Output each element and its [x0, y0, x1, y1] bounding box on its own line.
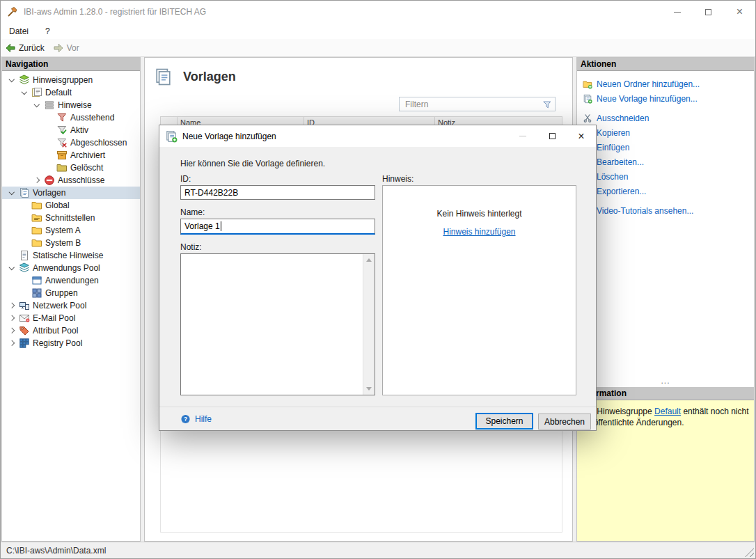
tree-item-registry-pool[interactable]: Registry Pool: [2, 337, 140, 349]
action-neuen-ordner-hinzufügen[interactable]: Neuen Ordner hinzufügen...: [577, 77, 754, 91]
folder-del-icon: [56, 162, 68, 173]
notiz-field[interactable]: [180, 253, 375, 395]
chevron-down-icon[interactable]: [6, 263, 19, 273]
tree-item-anwendungs-pool[interactable]: Anwendungs Pool: [2, 262, 140, 274]
cancel-button[interactable]: Abbrechen: [538, 414, 591, 430]
tree-item-attribut-pool[interactable]: Attribut Pool: [2, 324, 140, 337]
tree-item-global[interactable]: Global: [2, 199, 140, 212]
chevron-spacer: [19, 213, 31, 223]
tree-item-ausstehend[interactable]: Ausstehend: [2, 111, 140, 124]
action-group-separator: [577, 198, 754, 203]
tree-item-label: Netzwerk Pool: [33, 301, 86, 310]
tree-item-label: Anwendungs Pool: [33, 263, 100, 273]
chevron-right-icon[interactable]: [31, 175, 44, 185]
tree-item-e-mail-pool[interactable]: E-Mail Pool: [2, 312, 140, 324]
dialog-minimize-button: [508, 125, 537, 147]
id-field[interactable]: RT-D442B22B: [180, 185, 375, 200]
dialog-maximize-button[interactable]: [537, 125, 567, 147]
action-video-tutorials-ansehen[interactable]: Video-Tutorials ansehen...: [577, 203, 754, 218]
minimize-icon: [674, 12, 681, 13]
static-note-icon: [19, 250, 30, 261]
tree-item-label: Abgeschlossen: [70, 138, 127, 148]
notiz-scrollbar[interactable]: [363, 254, 375, 395]
help-link[interactable]: ? Hilfe: [180, 414, 212, 424]
tree-item-schnittstellen[interactable]: Schnittstellen: [2, 212, 140, 224]
chevron-spacer: [19, 200, 31, 210]
information-box: Die Hinweisgruppe Default enthält noch n…: [577, 400, 754, 541]
no-entry-icon: [44, 175, 55, 186]
actions-panel: Aktionen Neuen Ordner hinzufügen...Neue …: [576, 57, 755, 542]
action-label: Neue Vorlage hinzufügen...: [597, 94, 698, 104]
scroll-down-icon[interactable]: [366, 387, 372, 391]
action-group-separator: [577, 106, 754, 111]
tree-item-system-b[interactable]: System B: [2, 237, 140, 249]
action-exportieren[interactable]: Exportieren...: [577, 184, 754, 198]
tree-item-aktiv[interactable]: Aktiv: [2, 124, 140, 136]
navigation-tree: HinweisgruppenDefaultHinweiseAusstehendA…: [2, 71, 140, 541]
chevron-down-icon[interactable]: [19, 88, 31, 97]
default-group-link[interactable]: Default: [654, 407, 681, 416]
action-einfügen[interactable]: Einfügen: [577, 140, 754, 155]
tree-item-vorlagen[interactable]: Vorlagen: [2, 187, 140, 199]
chevron-right-icon[interactable]: [6, 326, 19, 336]
tree-item-label: Ausstehend: [70, 113, 114, 123]
action-kopieren[interactable]: Kopieren: [577, 125, 754, 140]
close-icon: ×: [737, 6, 743, 17]
chevron-right-icon[interactable]: [6, 301, 19, 310]
chevron-spacer: [44, 113, 56, 123]
chevron-spacer: [19, 288, 31, 298]
tree-item-abgeschlossen[interactable]: Abgeschlossen: [2, 136, 140, 149]
menu-item-help[interactable]: ?: [45, 26, 50, 36]
splitter-grip[interactable]: ...: [577, 378, 754, 387]
tree-item-label: Statische Hinweise: [33, 251, 103, 260]
chevron-right-icon[interactable]: [6, 338, 19, 348]
tree-item-gruppen[interactable]: Gruppen: [2, 287, 140, 299]
mail-icon: [19, 313, 30, 324]
tree-item-anwendungen[interactable]: Anwendungen: [2, 274, 140, 287]
tree-item-hinweisgruppen[interactable]: Hinweisgruppen: [2, 74, 140, 86]
chevron-down-icon[interactable]: [31, 100, 44, 110]
action-ausschneiden[interactable]: Ausschneiden: [577, 111, 754, 125]
tree-item-default[interactable]: Default: [2, 86, 140, 99]
tree-item-statische-hinweise[interactable]: Statische Hinweise: [2, 249, 140, 262]
menu-item-datei[interactable]: Datei: [9, 26, 29, 36]
tree-item-ausschlüsse[interactable]: Ausschlüsse: [2, 174, 140, 187]
tree-item-system-a[interactable]: System A: [2, 224, 140, 237]
chevron-down-icon[interactable]: [6, 75, 19, 85]
close-button[interactable]: ×: [724, 1, 755, 23]
minimize-button[interactable]: [661, 1, 693, 23]
dialog-close-button[interactable]: ×: [567, 125, 596, 147]
action-neue-vorlage-hinzufügen[interactable]: Neue Vorlage hinzufügen...: [577, 91, 754, 106]
tree-item-label: Vorlagen: [33, 188, 65, 198]
filter-funnel-icon[interactable]: [542, 100, 552, 109]
dialog-description: Hier können Sie die Vorlage definieren.: [180, 159, 325, 168]
attribute-icon: [19, 325, 30, 336]
save-button[interactable]: Speichern: [475, 413, 533, 430]
action-löschen[interactable]: Löschen: [577, 169, 754, 184]
navigation-header: Navigation: [2, 58, 140, 71]
chevron-right-icon[interactable]: [6, 313, 19, 323]
scroll-up-icon[interactable]: [366, 258, 372, 262]
tree-item-label: E-Mail Pool: [33, 313, 75, 323]
tree-item-archiviert[interactable]: Archiviert: [2, 149, 140, 162]
actions-header: Aktionen: [577, 58, 754, 71]
tree-item-hinweise[interactable]: Hinweise: [2, 99, 140, 111]
tree-item-gelöscht[interactable]: Gelöscht: [2, 162, 140, 174]
app-window-icon: [31, 275, 42, 286]
back-button[interactable]: Zurück: [5, 42, 45, 54]
tree-item-label: Global: [45, 200, 70, 210]
filter-input[interactable]: [404, 99, 542, 110]
action-label: Bearbeiten...: [597, 157, 644, 167]
forward-button[interactable]: Vor: [53, 42, 79, 54]
dialog-maximize-icon: [549, 133, 556, 139]
resize-grip[interactable]: [745, 548, 754, 557]
maximize-button[interactable]: [693, 1, 724, 23]
action-bearbeiten[interactable]: Bearbeiten...: [577, 155, 754, 169]
dialog-close-icon: ×: [578, 131, 584, 142]
tree-item-netzwerk-pool[interactable]: Netzwerk Pool: [2, 299, 140, 312]
app-window: IBI-aws Admin 1.28.0 - registriert für I…: [0, 0, 756, 559]
add-hinweis-link[interactable]: Hinweis hinzufügen: [443, 227, 515, 237]
tree-item-label: Hinweisgruppen: [33, 75, 93, 85]
name-field[interactable]: Vorlage 1: [180, 219, 375, 235]
chevron-down-icon[interactable]: [6, 188, 19, 198]
